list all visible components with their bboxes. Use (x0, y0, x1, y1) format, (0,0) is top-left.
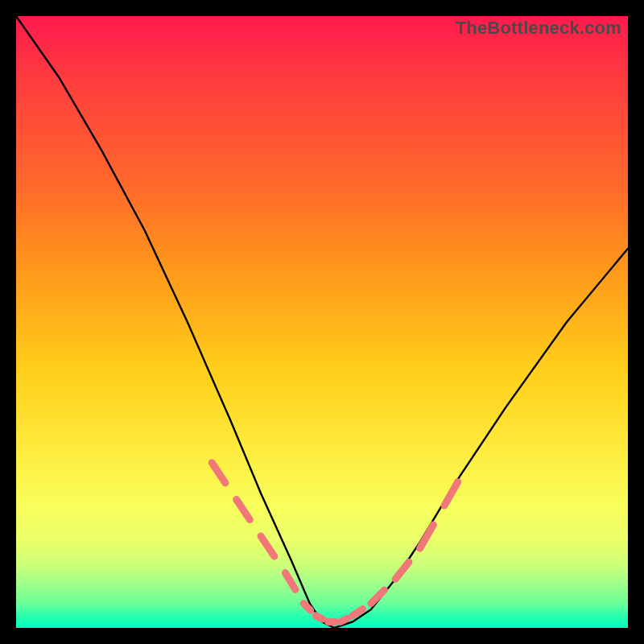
good-zone-dash (237, 499, 250, 519)
good-zone-dash (371, 590, 385, 604)
good-zone-markers (212, 463, 458, 622)
good-zone-dash (341, 618, 347, 621)
good-zone-dash (353, 609, 363, 615)
watermark-text: TheBottleneck.com (456, 18, 621, 39)
good-zone-dash (444, 482, 458, 506)
good-zone-dash (303, 604, 310, 610)
good-zone-dash (285, 573, 295, 590)
good-zone-dash (316, 616, 322, 619)
chart-frame: TheBottleneck.com (16, 16, 628, 628)
good-zone-dash (395, 562, 409, 579)
good-zone-dash (212, 463, 225, 483)
good-zone-dash (261, 536, 275, 556)
curve-layer (16, 16, 628, 628)
bottleneck-curve (16, 16, 628, 628)
good-zone-dash (420, 525, 434, 548)
